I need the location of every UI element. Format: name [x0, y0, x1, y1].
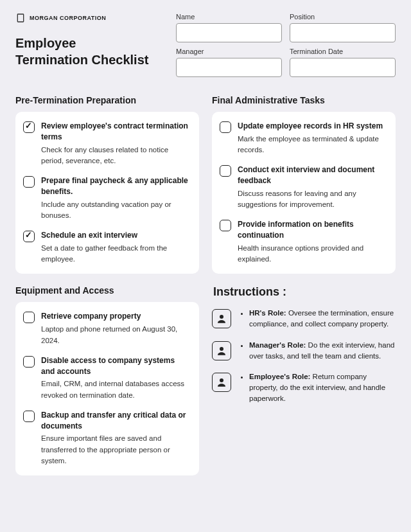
final-section-title: Final Administrative Tasks: [212, 95, 396, 105]
item-title: Backup and transfer any critical data or…: [41, 410, 190, 432]
pre-card: Review employee's contract termination t…: [15, 112, 199, 274]
checkbox[interactable]: [23, 176, 35, 188]
item-title: Update employee records in HR system: [238, 121, 387, 132]
checkbox[interactable]: [220, 220, 231, 231]
position-label: Position: [290, 13, 396, 21]
checkbox[interactable]: [23, 312, 35, 323]
item-title: Retrieve company property: [41, 311, 190, 322]
building-icon: [15, 13, 26, 23]
item-desc: Discuss reasons for leaving and any sugg…: [238, 188, 387, 211]
checklist-item: Schedule an exit interviewSet a date to …: [23, 230, 190, 265]
checklist-item: Disable access to company systems and ac…: [23, 355, 190, 401]
item-desc: Ensure important files are saved and tra…: [41, 433, 190, 466]
svg-rect-0: [17, 14, 23, 22]
item-title: Schedule an exit interview: [41, 230, 190, 241]
checklist-item: Provide information on benefits continua…: [220, 219, 387, 265]
instructions-title: Instructions :: [213, 285, 396, 299]
person-icon: [212, 341, 231, 360]
checkbox[interactable]: [23, 356, 35, 368]
item-desc: Set a date to gather feedback from the e…: [41, 243, 190, 265]
checkbox[interactable]: [220, 121, 231, 133]
name-field[interactable]: [176, 23, 282, 42]
item-desc: Check for any clauses related to notice …: [41, 145, 190, 167]
checklist-item: Backup and transfer any critical data or…: [23, 410, 190, 466]
instruction-row: Employee's Role: Return company property…: [212, 371, 396, 403]
item-desc: Email, CRM, and internal databases acces…: [41, 378, 190, 401]
person-icon: [212, 309, 231, 328]
manager-field[interactable]: [176, 58, 282, 77]
checkbox[interactable]: [23, 411, 35, 422]
item-desc: Health insurance options provided and ex…: [238, 243, 387, 265]
svg-point-8: [220, 347, 223, 351]
item-title: Provide information on benefits continua…: [238, 219, 387, 241]
item-desc: Mark the employee as terminated & update…: [238, 134, 387, 156]
termination-date-label: Termination Date: [290, 48, 396, 55]
page-title: Employee Termination Checklist: [15, 35, 163, 68]
position-field[interactable]: [290, 23, 396, 42]
checkbox[interactable]: [220, 165, 231, 177]
item-title: Disable access to company systems and ac…: [41, 355, 190, 377]
instruction-role: Manager's Role:: [249, 341, 306, 349]
item-title: Prepare final paycheck & any applicable …: [41, 175, 190, 197]
item-title: Review employee's contract termination t…: [41, 121, 190, 143]
item-desc: Include any outstanding vacation pay or …: [41, 199, 190, 222]
equip-card: Retrieve company propertyLaptop and phon…: [15, 302, 199, 475]
brand: MORGAN CORPORATION: [15, 13, 163, 23]
checklist-item: Update employee records in HR systemMark…: [220, 121, 387, 155]
person-icon: [212, 373, 231, 392]
svg-point-7: [220, 315, 223, 319]
checkbox[interactable]: [23, 121, 35, 133]
equip-section-title: Equipment and Access: [15, 285, 199, 296]
instruction-row: HR's Role: Oversee the termination, ensu…: [212, 308, 396, 329]
checklist-item: Review employee's contract termination t…: [23, 121, 190, 166]
brand-name: MORGAN CORPORATION: [30, 15, 106, 21]
checklist-item: Prepare final paycheck & any applicable …: [23, 175, 190, 221]
instruction-role: HR's Role:: [249, 309, 286, 317]
manager-label: Manager: [176, 48, 282, 55]
item-title: Conduct exit interview and document feed…: [238, 164, 387, 186]
termination-date-field[interactable]: [290, 58, 396, 77]
pre-section-title: Pre-Termination Preparation: [15, 95, 199, 105]
checkbox[interactable]: [23, 231, 35, 242]
instruction-row: Manager's Role: Do the exit interview, h…: [212, 340, 396, 361]
checklist-item: Retrieve company propertyLaptop and phon…: [23, 311, 190, 346]
svg-point-9: [220, 378, 223, 382]
final-card: Update employee records in HR systemMark…: [212, 112, 396, 274]
checklist-item: Conduct exit interview and document feed…: [220, 164, 387, 210]
name-label: Name: [176, 13, 282, 21]
item-desc: Laptop and phone returned on August 30, …: [41, 324, 190, 346]
instruction-role: Employee's Role:: [249, 373, 310, 380]
